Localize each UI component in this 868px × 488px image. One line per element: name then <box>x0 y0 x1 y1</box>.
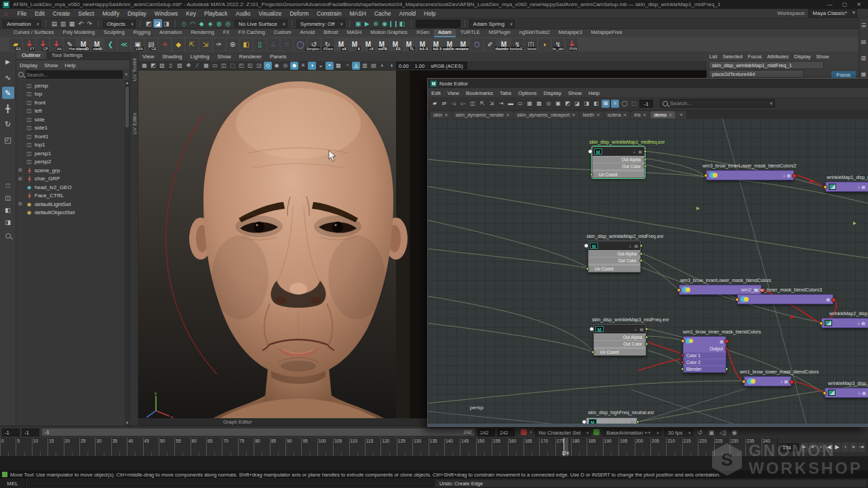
ne-graph-down-icon[interactable]: ⇲ <box>488 100 496 108</box>
shelf-tab[interactable]: Motion Graphics <box>366 29 412 37</box>
file-node-wrinklemap2[interactable]: M⇣ ▦ Out Alpha Out Color Uv Coord <box>588 241 641 272</box>
outliner-item[interactable]: side <box>16 115 130 124</box>
outliner-item[interactable]: front1 <box>16 132 130 141</box>
blend-node-wm2-blendcolors3[interactable]: ▦ <box>737 294 833 304</box>
add-tab-button[interactable]: + <box>676 111 686 119</box>
ne-shake-icon[interactable]: ◯ <box>620 100 629 108</box>
ne-new-tab-icon[interactable]: ◫ <box>469 100 477 108</box>
shelf-chevron-button[interactable]: ❮ <box>104 39 117 51</box>
shelf-tab[interactable]: MetapipeFree <box>587 29 626 37</box>
2d-pan-zoom-icon[interactable]: ✥ <box>184 62 193 70</box>
go-to-start-button[interactable]: ⇤ <box>801 443 808 452</box>
shelf-orb-button[interactable]: ⊛ <box>226 39 239 51</box>
camera-attributes-icon[interactable]: ▧ <box>158 62 166 70</box>
depth-of-field-icon[interactable]: ◔ <box>343 62 351 70</box>
menu-item[interactable]: Key <box>182 10 200 17</box>
ne-frame-icon[interactable]: ⬚ <box>630 100 638 108</box>
file-node-wrinklemap1[interactable]: M⇣ ▦ Out Alpha Out Color Uv Coord <box>592 146 645 178</box>
textured-icon[interactable]: ◆ <box>290 62 298 70</box>
multisample-icon[interactable]: ▩ <box>334 62 342 70</box>
shelf-lra-button[interactable]: ▣LRA <box>132 39 144 51</box>
loop-playback-icon[interactable]: ↺ <box>696 428 705 436</box>
node-editor-tab[interactable]: demo✕ <box>650 111 675 119</box>
character-selector[interactable]: Adam Spring <box>469 20 515 28</box>
traversal-depth-field[interactable]: -1 <box>639 100 653 108</box>
step-back-frame-button[interactable]: « <box>809 443 816 452</box>
menu-item[interactable]: Cache <box>370 10 395 17</box>
ne-grid-snap-icon[interactable]: ⌗ <box>611 100 619 108</box>
move-tool-icon[interactable]: ╋ <box>2 102 14 115</box>
range-slider[interactable]: -1 242 <box>41 428 475 436</box>
select-tool-icon[interactable]: ► <box>2 56 14 68</box>
menu-item[interactable]: Select <box>74 10 98 17</box>
shelf-x-button[interactable]: MX <box>349 39 361 51</box>
outliner-item[interactable]: ⊞scene_grp <box>16 166 130 175</box>
outliner-item[interactable]: side1 <box>16 124 130 133</box>
node-editor-menu-item[interactable]: Bookmarks <box>462 90 496 96</box>
outliner-item[interactable]: left <box>16 107 130 116</box>
tool-settings-toggle-icon[interactable]: ▥ <box>860 54 868 62</box>
shelf-tab[interactable]: Adam <box>434 29 456 37</box>
outliner-item[interactable]: defaultObjectSet <box>16 209 130 218</box>
hypershade-icon[interactable]: ◧ <box>398 19 407 28</box>
bookmark-icon[interactable]: ▯ <box>167 62 175 70</box>
fps-selector[interactable]: 30 fps <box>664 428 693 436</box>
viewport-menu-item[interactable]: Panels <box>266 54 290 60</box>
outliner-item[interactable]: persp2 <box>16 158 130 167</box>
bounding-box-icon[interactable]: ◎ <box>281 62 290 70</box>
select-component-icon[interactable]: ◨ <box>162 19 171 28</box>
snap-point-icon[interactable]: ◆ <box>197 19 206 28</box>
node-editor-tab[interactable]: sclera✕ <box>604 111 630 119</box>
shelf-cintd-button[interactable]: McintD <box>91 39 103 51</box>
shelf-pen-button[interactable]: ✑ <box>213 39 225 51</box>
blend-node-wm1-lower[interactable]: ⇣ ▦ <box>744 376 791 386</box>
ne-zoom-icon[interactable]: ◎ <box>545 100 553 108</box>
shelf-atocs-button[interactable]: ↻ATocs <box>321 39 334 51</box>
outliner-item[interactable]: persp1 <box>16 149 130 158</box>
menu-item[interactable]: Playback <box>200 10 232 17</box>
ne-swap-icon[interactable]: ⇄ <box>440 100 448 108</box>
node-editor-tab[interactable]: teeth✕ <box>580 111 604 119</box>
outliner-tab[interactable]: Tool Settings <box>46 52 88 59</box>
shelf-bcdel-button[interactable]: ↯bc_del <box>552 39 564 51</box>
shelf-tab[interactable]: Animation <box>155 29 186 37</box>
shelf-tab[interactable]: TURTLE <box>456 29 484 37</box>
shelf-merge2-button[interactable]: ⇲ <box>199 39 212 51</box>
shelf-sx-button[interactable]: MsX <box>335 39 347 51</box>
shelf-bordere-button[interactable]: ↯borderE <box>511 39 524 51</box>
shelf-blendd-button[interactable]: MblendD <box>77 39 90 51</box>
node-editor-tab[interactable]: skin_dynamic_viewport✕ <box>514 111 579 119</box>
undo-icon[interactable]: ↶ <box>77 19 85 28</box>
close-button[interactable]: ✕ <box>856 1 861 7</box>
outliner-item[interactable]: ⊞char_GRP <box>16 175 130 184</box>
smooth-shade-icon[interactable]: ◉ <box>273 62 281 70</box>
step-back-key-button[interactable]: ‹ <box>817 443 825 452</box>
menu-item[interactable]: Audio <box>232 10 255 17</box>
attribute-tab-place2dtexture[interactable]: place2dTexture484 <box>709 70 804 78</box>
menu-item[interactable]: Constrain <box>313 10 345 17</box>
menu-item[interactable]: Modify <box>98 10 123 17</box>
time-slider[interactable]: 0510152025303540455055606570758085909510… <box>0 438 868 456</box>
shelf-trash-button[interactable]: ▯ <box>254 39 266 51</box>
node-editor-search-input[interactable] <box>670 100 768 108</box>
attribute-editor-menu-item[interactable]: Show <box>814 54 832 60</box>
shelf-tab[interactable]: Metapipe3 <box>554 29 586 37</box>
uv-editor-tab[interactable]: UV Editor <box>132 113 138 134</box>
shelf-tab[interactable]: Bifrost <box>319 29 342 37</box>
lasso-tool-icon[interactable]: ∿ <box>2 71 14 83</box>
node-editor-menu-item[interactable]: View <box>444 90 462 96</box>
rotate-tool-icon[interactable]: ↻ <box>2 118 14 130</box>
outliner-menu-item[interactable]: Display <box>16 62 41 68</box>
step-forward-frame-button[interactable]: » <box>850 443 857 452</box>
anim-layer-selector[interactable]: BaseAnimation ++ <box>602 428 660 436</box>
layout-persp-outliner-icon[interactable]: ◨ <box>2 218 14 227</box>
file-node-wrinklemap1-disp[interactable]: ⇣ ▦ <box>825 182 868 192</box>
exposure-field[interactable]: 0.00 <box>396 62 412 69</box>
close-tab-icon[interactable]: ✕ <box>444 113 448 118</box>
shelf-subdiv-button[interactable]: MsubDiv <box>443 39 456 51</box>
node-editor-title-bar[interactable]: M Node Editor <box>428 79 868 88</box>
paint-select-tool-icon[interactable]: ✎ <box>2 87 14 99</box>
node-editor-menu-item[interactable]: Tabs <box>496 90 515 96</box>
node-editor-window[interactable]: M Node Editor EditViewBookmarksTabsOptio… <box>427 78 868 427</box>
file-node-wrinklemap2-disp[interactable]: ⇣ ▦ <box>821 318 868 328</box>
